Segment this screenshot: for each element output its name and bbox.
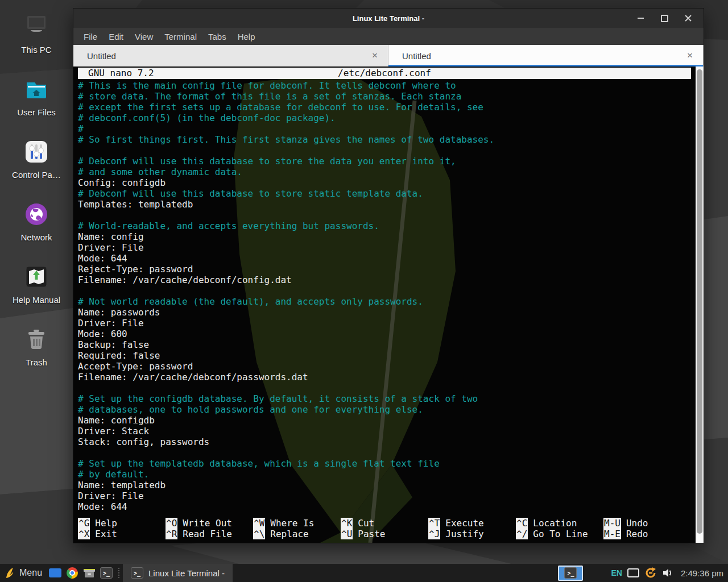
shortcut-label: Justify xyxy=(445,529,483,539)
menubar-item[interactable]: File xyxy=(78,32,103,41)
nano-shortcut[interactable]: ^/ Go To Line xyxy=(516,529,603,539)
volume-icon[interactable] xyxy=(662,568,673,578)
nano-shortcut[interactable]: ^T Execute xyxy=(428,518,516,529)
minimize-icon xyxy=(638,18,644,19)
nano-line: # Debconf will use this database to stor… xyxy=(78,188,691,199)
nano-line: Filename: /var/cache/debconf/passwords.d… xyxy=(78,372,691,383)
nano-line: # xyxy=(78,123,691,134)
nano-shortcut[interactable]: ^C Location xyxy=(516,518,603,529)
terminal-icon: >_ xyxy=(564,567,577,579)
start-menu-button[interactable]: Menu xyxy=(0,564,47,582)
menubar-item[interactable]: Edit xyxy=(103,32,129,41)
display-indicator-icon[interactable] xyxy=(627,568,639,577)
menubar-item[interactable]: View xyxy=(129,32,159,41)
keyboard-language-indicator[interactable]: EN xyxy=(611,568,622,577)
user-files-folder-icon xyxy=(22,75,51,103)
nano-line: Templates: templatedb xyxy=(78,199,691,210)
nano-shortcut[interactable]: ^X Exit xyxy=(78,529,166,539)
desktop-icon-user-files[interactable]: User Files xyxy=(0,75,73,138)
taskbar-window-button[interactable]: >_ Linux Lite Terminal - xyxy=(123,564,233,582)
desktop-icon-network[interactable]: Network xyxy=(0,200,73,263)
tab-close-icon[interactable]: × xyxy=(370,50,380,61)
nano-line: # Not world readable (the default), and … xyxy=(78,296,691,307)
nano-line: Mode: 644 xyxy=(78,253,691,264)
shortcut-label: Cut xyxy=(358,518,374,529)
nano-line: Name: configdb xyxy=(78,415,691,426)
nano-shortcut[interactable]: M-E Redo xyxy=(603,529,691,539)
minimize-button[interactable] xyxy=(633,11,648,26)
nano-line xyxy=(78,383,691,393)
window-titlebar[interactable]: Linux Lite Terminal - xyxy=(73,9,704,28)
launcher-terminal[interactable]: >_ xyxy=(98,564,115,582)
menubar-item[interactable]: Terminal xyxy=(159,32,202,41)
nano-shortcut[interactable]: ^G Help xyxy=(78,518,166,529)
launcher-archive[interactable] xyxy=(81,564,98,582)
menubar-item[interactable]: Help xyxy=(232,32,261,41)
nano-titlebar: GNU nano 7.2 /etc/debconf.conf xyxy=(78,68,691,79)
nano-shortcut[interactable]: ^K Cut xyxy=(341,518,428,529)
nano-shortcut[interactable]: ^W Where Is xyxy=(253,518,341,529)
desktop-icon-label: User Files xyxy=(17,107,56,117)
nano-shortcut[interactable]: M-U Undo xyxy=(603,518,691,529)
taskbar-window-label: Linux Lite Terminal - xyxy=(148,568,225,578)
shortcut-label: Help xyxy=(95,518,117,529)
close-button[interactable] xyxy=(681,11,696,26)
desktop-icon-help-manual[interactable]: Help Manual xyxy=(0,263,73,325)
trash-icon xyxy=(22,325,51,354)
nano-line: # except the first sets up a database fo… xyxy=(78,102,691,113)
launcher-chrome[interactable] xyxy=(64,564,81,582)
terminal-screen[interactable]: GNU nano 7.2 /etc/debconf.conf # This is… xyxy=(73,66,704,543)
nano-line: Driver: Stack xyxy=(78,426,691,436)
terminal-scrollbar[interactable] xyxy=(696,66,704,543)
shortcut-label: Redo xyxy=(626,529,648,539)
tab-close-icon[interactable]: × xyxy=(685,50,695,61)
taskbar-clock[interactable]: 2:49:36 pm xyxy=(681,568,723,578)
desktop-icon-list: This PC User Files xyxy=(0,13,73,388)
maximize-button[interactable] xyxy=(657,11,672,26)
tab-label: Untitled xyxy=(402,51,685,61)
nano-shortcut[interactable]: ^U Paste xyxy=(341,529,428,539)
nano-shortcut[interactable]: ^R Read File xyxy=(166,529,253,539)
tray-terminal-active-button[interactable]: >_ xyxy=(558,566,583,581)
nano-filename: /etc/debconf.conf xyxy=(78,68,691,79)
shortcut-label: Execute xyxy=(445,518,483,529)
nano-shortcut[interactable]: ^J Justify xyxy=(428,529,516,539)
nano-line: # Set up the configdb database. By defau… xyxy=(78,393,691,404)
nano-line: Driver: File xyxy=(78,242,691,253)
shortcut-label: Location xyxy=(533,518,577,529)
desktop-icon-this-pc[interactable]: This PC xyxy=(0,13,73,75)
terminal-tab[interactable]: Untitled × xyxy=(73,45,388,66)
nano-line: Stack: config, passwords xyxy=(78,436,691,447)
updates-icon[interactable] xyxy=(644,567,657,579)
terminal-tabbar: Untitled × Untitled × xyxy=(73,45,704,66)
nano-shortcut[interactable]: ^\ Replace xyxy=(253,529,341,539)
taskbar: Menu >_ >_ Linux Lite Terminal - >_ xyxy=(0,564,728,582)
nano-line: # This is the main config file for debco… xyxy=(78,80,691,91)
shortcut-key: M-U xyxy=(603,518,621,529)
shortcut-key: ^G xyxy=(78,518,90,529)
desktop-icon-control-panel[interactable]: Control Pa… xyxy=(0,138,73,200)
terminal-menubar: FileEditViewTerminalTabsHelp xyxy=(73,28,704,45)
desktop-icon-label: Help Manual xyxy=(13,295,60,305)
desktop-icon-label: Control Pa… xyxy=(12,170,61,180)
shortcut-label: Write Out xyxy=(183,518,232,529)
nano-line: Accept-Type: password xyxy=(78,361,691,372)
nano-shortcut[interactable]: ^O Write Out xyxy=(166,518,253,529)
nano-line: Backup: false xyxy=(78,339,691,350)
shortcut-label: Go To Line xyxy=(533,529,588,539)
terminal-window: Linux Lite Terminal - FileEditViewTermin… xyxy=(73,8,704,543)
shortcut-key: ^/ xyxy=(516,529,528,539)
menubar-item[interactable]: Tabs xyxy=(202,32,232,41)
scrollbar-thumb[interactable] xyxy=(697,69,702,534)
terminal-tab[interactable]: Untitled × xyxy=(388,45,704,66)
nano-line: Mode: 600 xyxy=(78,329,691,339)
close-icon xyxy=(685,15,692,22)
shortcut-key: ^K xyxy=(341,518,353,529)
nano-line xyxy=(78,210,691,221)
terminal-icon: >_ xyxy=(131,567,143,579)
desktop-icon-trash[interactable]: Trash xyxy=(0,325,73,388)
shortcut-key: ^C xyxy=(516,518,528,529)
launcher-file-manager[interactable] xyxy=(47,564,64,582)
menu-label: Menu xyxy=(19,568,42,578)
nano-line: Filename: /var/cache/debconf/config.dat xyxy=(78,275,691,285)
